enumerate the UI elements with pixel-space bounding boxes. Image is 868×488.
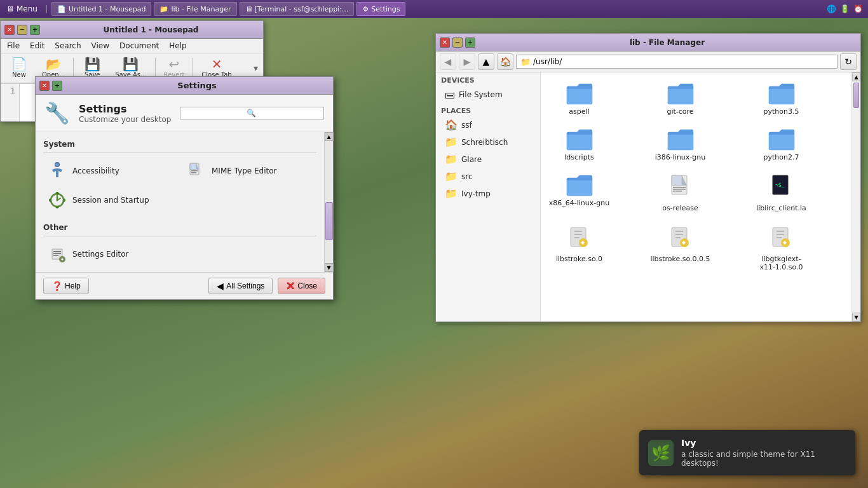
- close-button[interactable]: 🗙 Close: [278, 278, 325, 294]
- svg-rect-13: [672, 175, 682, 186]
- desktop: 🖥 Menu | 📄 Untitled 1 - Mousepad 📁 lib -…: [0, 0, 868, 488]
- mousepad-close-btn[interactable]: ✕: [4, 25, 15, 35]
- fm-scroll-up-btn[interactable]: ▲: [852, 72, 860, 81]
- filemanager-taskbar-icon: 📁: [159, 5, 168, 13]
- file-item-python35[interactable]: python3.5: [748, 78, 815, 121]
- taskbar-btn-terminal[interactable]: 🖥 [Terminal - ssf@schleppi:...: [240, 2, 355, 16]
- fm-content[interactable]: aspell git-core: [541, 72, 851, 322]
- filesystem-icon: 🖴: [445, 88, 455, 100]
- file-item-x86[interactable]: x86_64-linux-gnu: [546, 169, 613, 217]
- svg-rect-14: [673, 187, 686, 188]
- fm-scrollbar[interactable]: ▲ ▼: [851, 72, 860, 322]
- settings-item-session[interactable]: Session and Startup: [43, 187, 177, 213]
- fm-back-btn: ◀: [440, 53, 456, 70]
- x86-folder-icon: [566, 174, 593, 199]
- fm-path-bar[interactable]: 📁 /usr/lib/: [516, 55, 837, 69]
- settings-item-editor[interactable]: Settings Editor: [43, 241, 177, 267]
- sidebar-item-ssf[interactable]: 🏠 ssf: [436, 116, 540, 133]
- file-item-i386[interactable]: i386-linux-gnu: [647, 123, 714, 166]
- fm-close-btn[interactable]: ✕: [440, 37, 450, 48]
- settings-search-box[interactable]: 🔍: [180, 107, 324, 119]
- fm-refresh-btn[interactable]: ↻: [840, 53, 857, 70]
- toolbar-new-btn[interactable]: 📄 New: [3, 55, 35, 81]
- settings-editor-icon: [47, 244, 67, 264]
- svg-rect-15: [673, 189, 686, 190]
- svg-text:~$_: ~$_: [775, 182, 785, 188]
- mime-label: MIME Type Editor: [212, 166, 277, 175]
- settings-item-accessibility[interactable]: Accessibility: [43, 158, 177, 184]
- close-label: Close: [297, 281, 317, 290]
- file-item-liblirc[interactable]: ~$_ liblirc_client.la: [748, 169, 815, 217]
- fm-scroll-track[interactable]: [852, 81, 860, 313]
- file-item-libgtk[interactable]: libgtkglext-x11-1.0.so.0: [748, 220, 815, 276]
- sidebar-item-src[interactable]: 📁 src: [436, 168, 540, 185]
- all-settings-label: All Settings: [226, 281, 264, 290]
- settings-scroll-area[interactable]: System Accessibility: [36, 132, 324, 272]
- sidebar-item-glare[interactable]: 📁 Glare: [436, 151, 540, 168]
- taskbar-btn-mousepad[interactable]: 📄 Untitled 1 - Mousepad: [51, 2, 151, 16]
- notification: 🌿 Ivy a classic and simple theme for X11…: [639, 430, 855, 475]
- sidebar-item-filesystem[interactable]: 🖴 File System: [436, 86, 540, 103]
- mousepad-titlebar: ✕ − + Untitled 1 - Mousepad: [1, 21, 263, 39]
- file-item-python27[interactable]: python2.7: [748, 123, 815, 166]
- sidebar-item-schreibtisch[interactable]: 📁 Schreibtisch: [436, 133, 540, 151]
- file-item-git-core[interactable]: git-core: [647, 78, 714, 121]
- clock-icon: ⏰: [853, 4, 863, 13]
- liblirc-name: liblirc_client.la: [756, 204, 806, 212]
- liblirc-icon: ~$_: [770, 174, 793, 204]
- menu-help[interactable]: Help: [165, 40, 190, 51]
- mousepad-min-btn[interactable]: −: [17, 25, 27, 35]
- file-item-os-release[interactable]: os-release: [647, 169, 714, 217]
- os-release-icon: [669, 174, 692, 204]
- settings-close-titlebar-btn[interactable]: ✕: [39, 81, 50, 91]
- menu-edit[interactable]: Edit: [26, 40, 48, 51]
- scroll-thumb[interactable]: [325, 202, 333, 240]
- toolbar-overflow-btn[interactable]: ▾: [251, 60, 261, 76]
- menu-view[interactable]: View: [88, 40, 113, 51]
- menu-search[interactable]: Search: [51, 40, 85, 51]
- mousepad-max-btn[interactable]: +: [30, 25, 40, 35]
- fm-home-btn[interactable]: 🏠: [497, 53, 513, 70]
- open-icon: 📂: [46, 58, 62, 71]
- x86-name: x86_64-linux-gnu: [549, 199, 609, 207]
- fm-toolbar: ◀ ▶ ▲ 🏠 📁 /usr/lib/ ↻: [436, 51, 860, 72]
- svg-rect-8: [53, 251, 61, 252]
- git-core-name: git-core: [667, 107, 693, 116]
- sidebar-item-ivytmp[interactable]: 📁 Ivy-tmp: [436, 185, 540, 202]
- new-icon: 📄: [11, 58, 27, 71]
- taskbar-btn-settings[interactable]: ⚙ Settings: [356, 2, 405, 16]
- ivytmp-label: Ivy-tmp: [461, 189, 491, 198]
- scroll-track[interactable]: [325, 141, 333, 263]
- fm-min-btn[interactable]: −: [452, 37, 463, 48]
- settings-scrollbar[interactable]: ▲ ▼: [324, 132, 333, 272]
- fm-up-btn[interactable]: ▲: [478, 53, 494, 70]
- scroll-down-btn[interactable]: ▼: [325, 263, 334, 272]
- taskbar-btn-filemanager[interactable]: 📁 lib - File Manager: [154, 2, 236, 16]
- terminal-taskbar-label: [Terminal - ssf@schleppi:...: [255, 5, 349, 13]
- fm-scroll-thumb[interactable]: [853, 83, 859, 108]
- settings-content: System Accessibility: [36, 132, 333, 272]
- file-item-aspell[interactable]: aspell: [546, 78, 613, 121]
- settings-header-subtitle: Customize your desktop: [79, 115, 171, 124]
- menu-document[interactable]: Document: [116, 40, 163, 51]
- revert-icon: ↩: [169, 58, 180, 71]
- fm-scroll-down-btn[interactable]: ▼: [852, 313, 860, 322]
- file-item-libstroke005[interactable]: libstroke.so.0.0.5: [647, 220, 714, 276]
- menu-label: Menu: [17, 4, 37, 13]
- fm-places-label: PLACES: [436, 103, 540, 116]
- file-item-libstroke[interactable]: libstroke.so.0: [546, 220, 613, 276]
- taskbar-menu[interactable]: 🖥 Menu: [3, 3, 41, 15]
- settings-max-btn[interactable]: +: [52, 81, 62, 91]
- settings-item-mime[interactable]: MIME Type Editor: [182, 158, 316, 184]
- scroll-up-btn[interactable]: ▲: [325, 132, 334, 141]
- settings-search-input[interactable]: [183, 109, 247, 118]
- line-number-1: 1: [1, 84, 20, 121]
- svg-point-7: [57, 200, 58, 201]
- file-item-ldscripts[interactable]: ldscripts: [546, 123, 613, 166]
- help-button[interactable]: ❓ Help: [43, 278, 89, 294]
- mousepad-menubar: File Edit Search View Document Help: [1, 39, 263, 53]
- all-settings-button[interactable]: ◀ All Settings: [208, 278, 273, 294]
- fm-max-btn[interactable]: +: [465, 37, 475, 48]
- python27-folder-icon: [768, 128, 796, 153]
- menu-file[interactable]: File: [3, 40, 24, 51]
